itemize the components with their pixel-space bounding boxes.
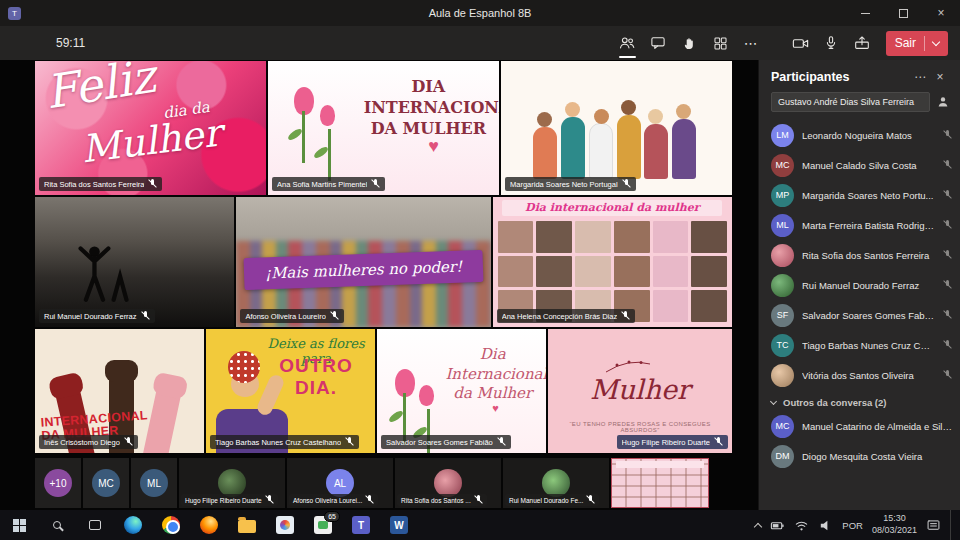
edge-taskbar-button[interactable] [114, 510, 152, 540]
mic-off-icon [714, 437, 723, 447]
mic-off-icon[interactable] [943, 310, 952, 320]
video-thumbnail-tile[interactable] [611, 458, 709, 508]
show-desktop-button[interactable] [950, 510, 954, 540]
art-text: Mulher [548, 374, 732, 405]
raise-hand-icon [681, 35, 698, 52]
silhouette-illustration [71, 240, 135, 304]
participant-name-label: Tiago Barbas Nunes Cruz Castelhano [210, 435, 359, 449]
mic-off-icon[interactable] [943, 160, 952, 170]
woman-figure [533, 127, 557, 179]
overflow-count-badge: +10 [44, 469, 72, 497]
clock[interactable]: 15:30 08/03/2021 [872, 513, 917, 536]
avatar [542, 469, 570, 497]
video-tile[interactable]: DIA INTERNACIONAL DA MULHER ♥ Ana Sofia … [268, 61, 499, 195]
mic-toggle-button[interactable] [816, 26, 847, 60]
mic-off-icon[interactable] [943, 340, 952, 350]
video-tile[interactable]: Deixe as flores para OUTRO DIA. Tiago Ba… [206, 329, 375, 453]
maximize-button[interactable] [884, 0, 922, 26]
language-indicator[interactable]: POR [842, 520, 863, 531]
participant-name: Hugo Filipe Ribeiro Duarte [622, 438, 710, 447]
mic-off-icon [124, 437, 133, 447]
camera-toggle-button[interactable] [785, 26, 816, 60]
participant-row[interactable]: LM Leonardo Nogueira Matos [771, 120, 952, 150]
battery-icon[interactable] [770, 518, 785, 533]
leave-meeting-button[interactable]: Sair [886, 31, 948, 56]
word-taskbar-button[interactable]: W [380, 510, 418, 540]
task-view-button[interactable] [76, 510, 114, 540]
video-tile[interactable]: INTERNACIONALDA MULHER Inês Crisóstomo D… [35, 329, 204, 453]
participant-row[interactable]: Rui Manuel Dourado Ferraz [771, 270, 952, 300]
mic-off-icon[interactable] [943, 370, 952, 380]
avatar: AL [326, 469, 354, 497]
avatar [218, 469, 246, 497]
video-tile[interactable]: Mulher “EU TENHO PREDES ROSAS E CONSEGUE… [548, 329, 732, 453]
participant-row[interactable]: SF Salvador Soares Gomes Fabião [771, 300, 952, 330]
volume-icon[interactable] [818, 518, 833, 533]
notification-badge: 65 [324, 511, 340, 522]
person-add-icon[interactable] [936, 95, 950, 109]
action-center-icon[interactable] [926, 518, 941, 533]
woman-figure [672, 119, 696, 179]
overflow-participants-tile[interactable]: +10 [35, 458, 81, 508]
firefox-taskbar-button[interactable] [190, 510, 228, 540]
participant-row[interactable]: Rita Sofia dos Santos Ferreira [771, 240, 952, 270]
photos-taskbar-button[interactable] [266, 510, 304, 540]
wifi-icon[interactable] [794, 518, 809, 533]
mic-off-icon[interactable] [943, 220, 952, 230]
video-tile[interactable]: Feliz dia da Mulher Rita Sofia dos Santo… [35, 61, 266, 195]
participant-name: Diogo Mesquita Costa Vieira [802, 451, 952, 462]
chat-app-taskbar-button[interactable]: 65 [304, 510, 342, 540]
video-tile[interactable]: ¡Mais mulheres no poder! Afonso Oliveira… [236, 197, 490, 327]
participant-mini-tile[interactable]: MC [83, 458, 129, 508]
minimize-button[interactable] [846, 0, 884, 26]
panel-more-button[interactable]: ⋯ [910, 70, 930, 84]
participant-row[interactable]: Vitória dos Santos Oliveira [771, 360, 952, 390]
video-grid: Feliz dia da Mulher Rita Sofia dos Santo… [35, 61, 732, 453]
video-tile[interactable]: Margarida Soares Neto Portugal [501, 61, 732, 195]
participant-row[interactable]: MC Manuel Calado Silva Costa [771, 150, 952, 180]
participant-row[interactable]: MC Manuel Catarino de Almeida e Silva [771, 411, 952, 441]
tray-expand-icon[interactable] [754, 522, 762, 530]
participant-mini-tile[interactable]: Hugo Filipe Ribeiro Duarte [179, 458, 285, 508]
participant-row[interactable]: TC Tiago Barbas Nunes Cruz Cas... [771, 330, 952, 360]
breakout-rooms-button[interactable] [705, 26, 736, 60]
show-participants-button[interactable] [612, 26, 643, 60]
edge-icon [124, 516, 142, 534]
mic-off-icon [371, 179, 380, 189]
video-tile[interactable]: Rui Manuel Dourado Ferraz [35, 197, 234, 327]
task-view-icon [89, 520, 101, 530]
panel-close-button[interactable]: × [930, 70, 950, 84]
avatar: DM [771, 445, 794, 468]
close-button[interactable]: × [922, 0, 960, 26]
file-explorer-taskbar-button[interactable] [228, 510, 266, 540]
show-chat-button[interactable] [643, 26, 674, 60]
chrome-taskbar-button[interactable] [152, 510, 190, 540]
share-screen-button[interactable] [847, 26, 878, 60]
taskbar-search-button[interactable] [38, 510, 76, 540]
participant-name-label: Rui Manuel Dourado Ferraz [39, 309, 155, 323]
video-tile[interactable]: Dia internacional da mulher Ana Helena C… [493, 197, 732, 327]
participant-row[interactable]: DM Diogo Mesquita Costa Vieira [771, 441, 952, 471]
start-button[interactable] [0, 510, 38, 540]
participant-mini-tile[interactable]: ML [131, 458, 177, 508]
teams-taskbar-button[interactable]: T [342, 510, 380, 540]
mic-off-icon[interactable] [943, 280, 952, 290]
mic-off-icon[interactable] [943, 130, 952, 140]
participant-mini-tile[interactable]: Rui Manuel Dourado Fe... [503, 458, 609, 508]
invite-input[interactable] [771, 92, 930, 112]
teams-icon: T [352, 516, 370, 534]
avatar: MP [771, 184, 794, 207]
raise-hand-button[interactable] [674, 26, 705, 60]
mic-off-icon[interactable] [943, 250, 952, 260]
participant-mini-tile[interactable]: Rita Sofia dos Santos ... [395, 458, 501, 508]
participant-row[interactable]: MP Margarida Soares Neto Portu... [771, 180, 952, 210]
participant-row[interactable]: ML Marta Ferreira Batista Rodrigu... [771, 210, 952, 240]
video-tile[interactable]: Dia Internacional da Mulher ♥ Salvador S… [377, 329, 546, 453]
others-section-header[interactable]: Outros da conversa (2) [771, 390, 952, 411]
tulip-illustration [294, 87, 314, 115]
participant-mini-tile[interactable]: AL Afonso Oliveira Lourei... [287, 458, 393, 508]
more-actions-button[interactable]: ⋯ [736, 26, 767, 60]
mic-off-icon[interactable] [943, 190, 952, 200]
time: 15:30 [883, 513, 906, 523]
participant-name: Tiago Barbas Nunes Cruz Castelhano [215, 438, 341, 447]
